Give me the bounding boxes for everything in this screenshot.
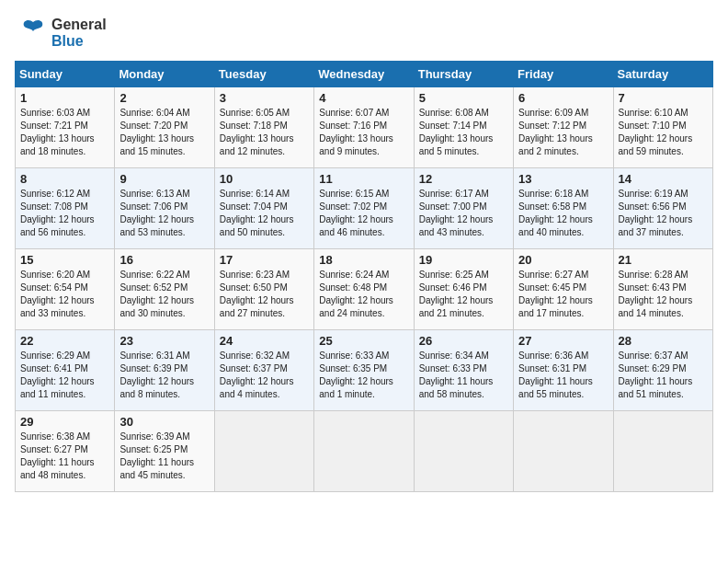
calendar-cell bbox=[314, 411, 414, 492]
calendar-cell: 14Sunrise: 6:19 AMSunset: 6:56 PMDayligh… bbox=[613, 168, 712, 249]
day-info: Sunrise: 6:27 AMSunset: 6:45 PMDaylight:… bbox=[518, 269, 608, 320]
day-number: 8 bbox=[20, 172, 109, 186]
day-info: Sunrise: 6:07 AMSunset: 7:16 PMDaylight:… bbox=[319, 107, 408, 158]
weekday-header-row: SundayMondayTuesdayWednesdayThursdayFrid… bbox=[16, 62, 713, 87]
day-number: 14 bbox=[619, 172, 708, 186]
calendar-cell: 7Sunrise: 6:10 AMSunset: 7:10 PMDaylight… bbox=[613, 87, 712, 168]
weekday-header: Monday bbox=[115, 62, 214, 87]
day-number: 18 bbox=[319, 253, 408, 267]
day-info: Sunrise: 6:19 AMSunset: 6:56 PMDaylight:… bbox=[619, 188, 708, 239]
calendar-cell: 10Sunrise: 6:14 AMSunset: 7:04 PMDayligh… bbox=[214, 168, 313, 249]
day-number: 10 bbox=[220, 172, 309, 186]
day-info: Sunrise: 6:20 AMSunset: 6:54 PMDaylight:… bbox=[20, 269, 109, 320]
day-number: 21 bbox=[619, 253, 708, 267]
day-number: 16 bbox=[119, 253, 209, 267]
day-number: 24 bbox=[220, 334, 309, 348]
calendar-cell: 3Sunrise: 6:05 AMSunset: 7:18 PMDaylight… bbox=[214, 87, 313, 168]
weekday-header: Tuesday bbox=[214, 62, 313, 87]
day-number: 1 bbox=[20, 91, 109, 105]
day-info: Sunrise: 6:13 AMSunset: 7:06 PMDaylight:… bbox=[119, 188, 209, 239]
calendar-cell: 22Sunrise: 6:29 AMSunset: 6:41 PMDayligh… bbox=[16, 330, 115, 411]
day-number: 2 bbox=[119, 91, 209, 105]
day-info: Sunrise: 6:14 AMSunset: 7:04 PMDaylight:… bbox=[220, 188, 309, 239]
weekday-header: Wednesday bbox=[314, 62, 414, 87]
day-info: Sunrise: 6:22 AMSunset: 6:52 PMDaylight:… bbox=[119, 269, 209, 320]
calendar-week-row: 1Sunrise: 6:03 AMSunset: 7:21 PMDaylight… bbox=[16, 87, 713, 168]
calendar-cell bbox=[414, 411, 513, 492]
calendar-cell: 25Sunrise: 6:33 AMSunset: 6:35 PMDayligh… bbox=[314, 330, 414, 411]
day-info: Sunrise: 6:15 AMSunset: 7:02 PMDaylight:… bbox=[319, 188, 408, 239]
day-number: 23 bbox=[119, 334, 209, 348]
day-info: Sunrise: 6:34 AMSunset: 6:33 PMDaylight:… bbox=[419, 350, 508, 401]
day-number: 12 bbox=[419, 172, 508, 186]
calendar-cell: 27Sunrise: 6:36 AMSunset: 6:31 PMDayligh… bbox=[514, 330, 613, 411]
day-number: 7 bbox=[619, 91, 708, 105]
day-info: Sunrise: 6:25 AMSunset: 6:46 PMDaylight:… bbox=[419, 269, 508, 320]
calendar-week-row: 22Sunrise: 6:29 AMSunset: 6:41 PMDayligh… bbox=[16, 330, 713, 411]
day-info: Sunrise: 6:08 AMSunset: 7:14 PMDaylight:… bbox=[419, 107, 508, 158]
calendar-week-row: 15Sunrise: 6:20 AMSunset: 6:54 PMDayligh… bbox=[16, 249, 713, 330]
calendar-cell bbox=[613, 411, 712, 492]
day-info: Sunrise: 6:17 AMSunset: 7:00 PMDaylight:… bbox=[419, 188, 508, 239]
day-number: 13 bbox=[518, 172, 608, 186]
day-info: Sunrise: 6:24 AMSunset: 6:48 PMDaylight:… bbox=[319, 269, 408, 320]
weekday-header: Saturday bbox=[613, 62, 712, 87]
day-info: Sunrise: 6:31 AMSunset: 6:39 PMDaylight:… bbox=[119, 350, 209, 401]
day-info: Sunrise: 6:05 AMSunset: 7:18 PMDaylight:… bbox=[220, 107, 309, 158]
weekday-header: Friday bbox=[514, 62, 613, 87]
day-number: 5 bbox=[419, 91, 508, 105]
calendar-cell: 23Sunrise: 6:31 AMSunset: 6:39 PMDayligh… bbox=[115, 330, 214, 411]
day-info: Sunrise: 6:03 AMSunset: 7:21 PMDaylight:… bbox=[20, 107, 109, 158]
calendar-cell: 24Sunrise: 6:32 AMSunset: 6:37 PMDayligh… bbox=[214, 330, 313, 411]
calendar-cell: 30Sunrise: 6:39 AMSunset: 6:25 PMDayligh… bbox=[115, 411, 214, 492]
calendar-cell: 21Sunrise: 6:28 AMSunset: 6:43 PMDayligh… bbox=[613, 249, 712, 330]
calendar-cell: 20Sunrise: 6:27 AMSunset: 6:45 PMDayligh… bbox=[514, 249, 613, 330]
calendar-cell: 9Sunrise: 6:13 AMSunset: 7:06 PMDaylight… bbox=[115, 168, 214, 249]
day-info: Sunrise: 6:32 AMSunset: 6:37 PMDaylight:… bbox=[220, 350, 309, 401]
calendar-cell: 4Sunrise: 6:07 AMSunset: 7:16 PMDaylight… bbox=[314, 87, 414, 168]
header: General Blue bbox=[15, 15, 713, 52]
calendar-cell: 16Sunrise: 6:22 AMSunset: 6:52 PMDayligh… bbox=[115, 249, 214, 330]
day-number: 19 bbox=[419, 253, 508, 267]
day-number: 30 bbox=[119, 415, 209, 429]
day-number: 4 bbox=[319, 91, 408, 105]
day-number: 11 bbox=[319, 172, 408, 186]
day-info: Sunrise: 6:33 AMSunset: 6:35 PMDaylight:… bbox=[319, 350, 408, 401]
day-info: Sunrise: 6:10 AMSunset: 7:10 PMDaylight:… bbox=[619, 107, 708, 158]
calendar-cell: 5Sunrise: 6:08 AMSunset: 7:14 PMDaylight… bbox=[414, 87, 513, 168]
day-info: Sunrise: 6:04 AMSunset: 7:20 PMDaylight:… bbox=[119, 107, 209, 158]
logo-bird-icon bbox=[15, 15, 48, 48]
day-number: 20 bbox=[518, 253, 608, 267]
day-number: 26 bbox=[419, 334, 508, 348]
calendar-cell: 12Sunrise: 6:17 AMSunset: 7:00 PMDayligh… bbox=[414, 168, 513, 249]
calendar-cell: 2Sunrise: 6:04 AMSunset: 7:20 PMDaylight… bbox=[115, 87, 214, 168]
day-number: 9 bbox=[119, 172, 209, 186]
day-info: Sunrise: 6:38 AMSunset: 6:27 PMDaylight:… bbox=[20, 431, 109, 482]
calendar-cell: 28Sunrise: 6:37 AMSunset: 6:29 PMDayligh… bbox=[613, 330, 712, 411]
calendar-cell: 26Sunrise: 6:34 AMSunset: 6:33 PMDayligh… bbox=[414, 330, 513, 411]
weekday-header: Sunday bbox=[16, 62, 115, 87]
calendar-table: SundayMondayTuesdayWednesdayThursdayFrid… bbox=[15, 61, 713, 492]
day-info: Sunrise: 6:23 AMSunset: 6:50 PMDaylight:… bbox=[220, 269, 309, 320]
day-info: Sunrise: 6:18 AMSunset: 6:58 PMDaylight:… bbox=[518, 188, 608, 239]
logo-general: General bbox=[51, 17, 107, 33]
day-number: 28 bbox=[619, 334, 708, 348]
calendar-cell: 8Sunrise: 6:12 AMSunset: 7:08 PMDaylight… bbox=[16, 168, 115, 249]
calendar-cell: 1Sunrise: 6:03 AMSunset: 7:21 PMDaylight… bbox=[16, 87, 115, 168]
day-info: Sunrise: 6:39 AMSunset: 6:25 PMDaylight:… bbox=[119, 431, 209, 482]
day-number: 17 bbox=[220, 253, 309, 267]
calendar-cell: 15Sunrise: 6:20 AMSunset: 6:54 PMDayligh… bbox=[16, 249, 115, 330]
calendar-week-row: 8Sunrise: 6:12 AMSunset: 7:08 PMDaylight… bbox=[16, 168, 713, 249]
day-info: Sunrise: 6:12 AMSunset: 7:08 PMDaylight:… bbox=[20, 188, 109, 239]
calendar-cell: 17Sunrise: 6:23 AMSunset: 6:50 PMDayligh… bbox=[214, 249, 313, 330]
logo-svg-container bbox=[15, 15, 48, 52]
calendar-week-row: 29Sunrise: 6:38 AMSunset: 6:27 PMDayligh… bbox=[16, 411, 713, 492]
day-info: Sunrise: 6:29 AMSunset: 6:41 PMDaylight:… bbox=[20, 350, 109, 401]
day-info: Sunrise: 6:37 AMSunset: 6:29 PMDaylight:… bbox=[619, 350, 708, 401]
calendar-cell: 29Sunrise: 6:38 AMSunset: 6:27 PMDayligh… bbox=[16, 411, 115, 492]
calendar-cell: 18Sunrise: 6:24 AMSunset: 6:48 PMDayligh… bbox=[314, 249, 414, 330]
calendar-cell bbox=[514, 411, 613, 492]
day-info: Sunrise: 6:09 AMSunset: 7:12 PMDaylight:… bbox=[518, 107, 608, 158]
day-number: 27 bbox=[518, 334, 608, 348]
day-info: Sunrise: 6:28 AMSunset: 6:43 PMDaylight:… bbox=[619, 269, 708, 320]
